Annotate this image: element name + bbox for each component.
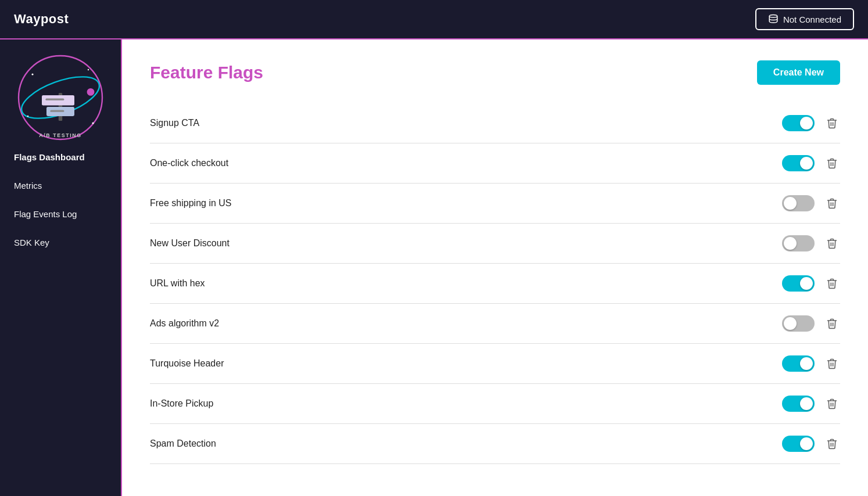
flag-controls (782, 315, 840, 332)
flag-name: Ads algorithm v2 (150, 318, 219, 329)
flag-row: One-click checkout (150, 143, 840, 184)
svg-point-9 (31, 73, 33, 75)
flag-delete-button[interactable] (824, 315, 840, 332)
svg-rect-7 (45, 99, 64, 100)
trash-icon (826, 398, 838, 409)
trash-icon (826, 358, 838, 369)
flag-controls (782, 155, 840, 171)
svg-point-3 (87, 88, 95, 96)
flag-list: Signup CTA One-click checkout Free shipp… (150, 103, 840, 464)
svg-point-11 (27, 116, 28, 117)
flag-toggle[interactable] (782, 115, 815, 131)
svg-rect-8 (50, 110, 64, 112)
flag-row: In-Store Pickup (150, 384, 840, 424)
flag-toggle[interactable] (782, 275, 815, 292)
main-content: Feature Flags Create New Signup CTA One-… (122, 39, 868, 496)
sidebar-nav: Flags Dashboard Metrics Flag Events Log … (0, 144, 121, 256)
database-icon (768, 14, 779, 24)
flag-delete-button[interactable] (824, 275, 840, 292)
flag-toggle[interactable] (782, 355, 815, 372)
flag-name: URL with hex (150, 278, 205, 289)
flag-delete-button[interactable] (824, 235, 840, 251)
trash-icon (826, 197, 838, 209)
flag-controls (782, 235, 840, 251)
flag-toggle[interactable] (782, 235, 815, 251)
flag-row: Ads algorithm v2 (150, 304, 840, 344)
sidebar-item-sdk-key[interactable]: SDK Key (0, 229, 121, 256)
flag-toggle[interactable] (782, 155, 815, 171)
app-header: Waypost Not Connected (0, 0, 868, 39)
trash-icon (826, 278, 838, 289)
flag-controls (782, 115, 840, 131)
flag-delete-button[interactable] (824, 155, 840, 171)
flag-toggle[interactable] (782, 396, 815, 412)
svg-text:A/B TESTING: A/B TESTING (39, 132, 81, 138)
flag-delete-button[interactable] (824, 115, 840, 131)
page-header: Feature Flags Create New (150, 60, 840, 85)
sidebar-item-flags-dashboard[interactable]: Flags Dashboard (0, 144, 121, 170)
flag-toggle[interactable] (782, 436, 815, 452)
flag-controls (782, 396, 840, 412)
flag-row: Free shipping in US (150, 184, 840, 224)
flag-toggle[interactable] (782, 315, 815, 332)
flag-row: Turquoise Header (150, 344, 840, 384)
create-new-button[interactable]: Create New (757, 60, 840, 85)
waypost-logo: A/B TESTING (14, 51, 107, 144)
main-layout: A/B TESTING Flags Dashboard Metrics Flag… (0, 39, 868, 496)
trash-icon (826, 438, 838, 450)
flag-name: Free shipping in US (150, 198, 232, 209)
flag-name: Spam Detection (150, 439, 216, 449)
flag-name: In-Store Pickup (150, 398, 213, 409)
page-title: Feature Flags (150, 63, 263, 82)
flag-toggle[interactable] (782, 195, 815, 211)
flag-name: New User Discount (150, 238, 229, 249)
app-logo-text: Waypost (14, 12, 69, 27)
flag-delete-button[interactable] (824, 396, 840, 412)
flag-controls (782, 436, 840, 452)
sidebar-item-flag-events-log[interactable]: Flag Events Log (0, 201, 121, 227)
flag-row: Signup CTA (150, 103, 840, 143)
svg-point-12 (92, 122, 94, 124)
sidebar-item-metrics[interactable]: Metrics (0, 172, 121, 199)
flag-row: Spam Detection (150, 424, 840, 464)
flag-controls (782, 275, 840, 292)
svg-point-0 (769, 15, 777, 18)
flag-controls (782, 195, 840, 211)
flag-name: One-click checkout (150, 158, 228, 168)
trash-icon (826, 117, 838, 129)
trash-icon (826, 238, 838, 249)
trash-icon (826, 157, 838, 169)
flag-delete-button[interactable] (824, 436, 840, 452)
flag-row: New User Discount (150, 224, 840, 264)
flag-name: Turquoise Header (150, 358, 224, 369)
connection-label: Not Connected (783, 15, 841, 24)
trash-icon (826, 318, 838, 329)
flag-delete-button[interactable] (824, 195, 840, 211)
connection-button[interactable]: Not Connected (755, 8, 854, 30)
flag-row: URL with hex (150, 264, 840, 304)
sidebar: A/B TESTING Flags Dashboard Metrics Flag… (0, 39, 122, 496)
svg-point-10 (88, 69, 89, 70)
flag-delete-button[interactable] (824, 355, 840, 372)
flag-name: Signup CTA (150, 118, 199, 128)
flag-controls (782, 355, 840, 372)
